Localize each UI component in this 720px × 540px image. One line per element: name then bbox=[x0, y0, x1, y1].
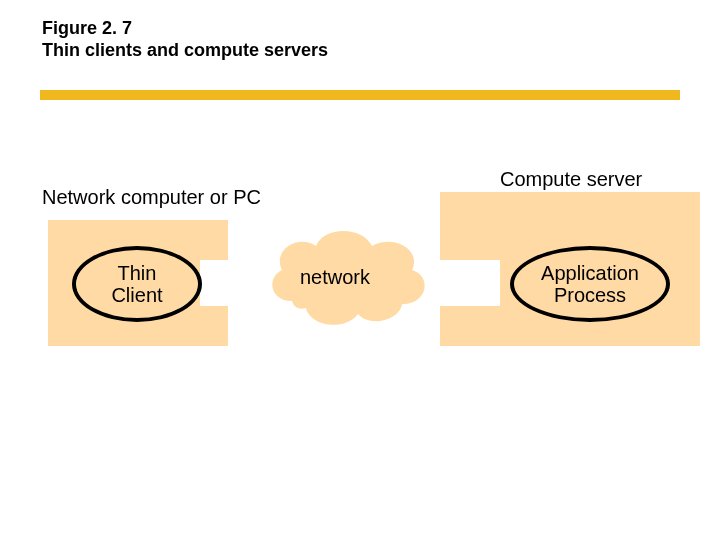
node-thin-client: ThinClient bbox=[72, 246, 202, 322]
accent-divider bbox=[40, 90, 680, 100]
figure-stage: Figure 2. 7 Thin clients and compute ser… bbox=[0, 0, 720, 540]
node-thin-client-label: ThinClient bbox=[111, 262, 162, 306]
group-label-right: Compute server bbox=[500, 168, 642, 191]
node-application-process: ApplicationProcess bbox=[510, 246, 670, 322]
figure-number: Figure 2. 7 bbox=[42, 18, 132, 39]
network-label: network bbox=[300, 266, 370, 289]
node-application-process-label: ApplicationProcess bbox=[541, 262, 639, 306]
group-label-left: Network computer or PC bbox=[42, 186, 261, 209]
figure-title: Thin clients and compute servers bbox=[42, 40, 328, 61]
